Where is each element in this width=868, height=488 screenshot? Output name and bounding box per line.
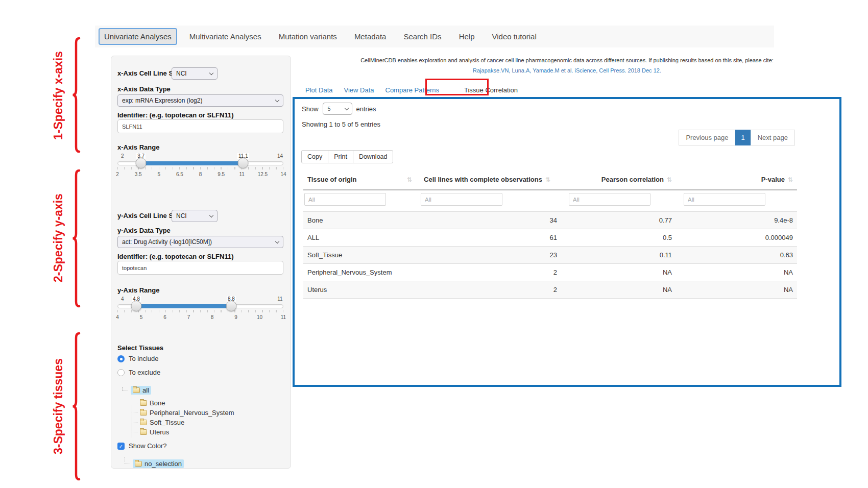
annotation-step3-brace [71,332,82,481]
tab-view-data[interactable]: View Data [338,83,379,97]
show-color-checkbox[interactable]: ✓ [117,443,125,450]
cell-p-value: 0.63 [676,247,797,264]
column-header-p-value[interactable]: P-value⇅ [676,170,797,190]
table-row[interactable]: Uterus 2 NA NA [303,281,797,299]
show-color-label: Show Color? [129,442,166,450]
x-slider-handle-from[interactable] [136,158,147,168]
column-header-cell-lines[interactable]: Cell lines with complete observations⇅ [413,170,561,190]
to-include-radio[interactable] [117,355,125,362]
filter-input-pearson[interactable] [569,193,650,206]
x-data-type-select[interactable]: exp: mRNA Expression (log2) [117,94,283,107]
export-button-group: Copy Print Download [302,150,393,163]
x-cell-line-set-select[interactable]: NCI [172,67,218,80]
cell-p-value: 0.000049 [676,229,797,247]
nav-tab-video-tutorial[interactable]: Video tutorial [487,28,541,45]
tree-item-label: Soft_Tissue [150,419,184,426]
sort-icon[interactable]: ⇅ [545,176,550,183]
tree-connector [132,412,137,413]
filter-input-tissue[interactable] [304,193,386,206]
y-slider-handle-to[interactable] [226,301,236,311]
previous-page-button[interactable]: Previous page [679,130,735,145]
chevron-down-icon [275,98,279,102]
y-data-type-select[interactable]: act: Drug Activity (-log10[IC50M]) [117,236,283,248]
sort-icon[interactable]: ⇅ [788,176,793,183]
x-data-type-label: x-Axis Data Type [117,85,171,93]
copy-button[interactable]: Copy [301,150,328,163]
filter-input-cell-lines[interactable] [421,193,502,206]
y-cell-line-set-select[interactable]: NCI [172,210,218,222]
tree-item-bone[interactable]: Bone [132,398,165,407]
y-slider-tick: 7 [187,314,190,320]
folder-icon [133,387,140,393]
y-slider-selected-range [136,304,231,308]
to-exclude-radio[interactable] [117,369,125,376]
nav-tab-univariate-analyses[interactable]: Univariate Analyses [99,28,177,45]
tree-item-soft-tissue[interactable]: Soft_Tissue [132,418,184,427]
column-header-tissue-of-origin[interactable]: Tissue of origin ⇅ [303,170,413,190]
tab-plot-data[interactable]: Plot Data [300,83,338,97]
cell-pearson: 0.77 [561,212,676,229]
tree-connector [132,422,137,423]
entries-label: entries [356,105,376,113]
y-data-type-label: y-Axis Data Type [117,227,171,234]
y-data-type-value: act: Drug Activity (-log10[IC50M]) [122,238,212,246]
folder-icon [135,461,142,467]
x-slider-tick: 2 [116,172,119,177]
table-row[interactable]: Bone 34 0.77 9.4e-8 [303,212,797,229]
top-navbar: Univariate Analyses Multivariate Analyse… [95,26,774,47]
folder-icon [140,410,147,416]
chevron-down-icon [209,71,213,75]
y-identifier-input[interactable] [117,261,283,275]
annotation-step3-label: 3-Specify tissues [47,332,69,481]
table-row[interactable]: Soft_Tissue 23 0.11 0.63 [303,247,797,264]
x-slider-tick: 5 [157,172,160,177]
next-page-button[interactable]: Next page [751,130,795,145]
nav-tab-multivariate-analyses[interactable]: Multivariate Analyses [184,28,267,45]
tree-item-no-selection[interactable]: no_selection [125,459,184,468]
annotation-step1-brace [71,37,82,153]
cell-cell-lines: 23 [413,247,561,264]
tree-item-uterus[interactable]: Uterus [132,427,169,436]
filter-input-p-value[interactable] [684,193,765,206]
chevron-down-icon [344,106,348,110]
cell-cell-lines: 61 [413,229,561,247]
page-1-button[interactable]: 1 [735,130,751,145]
table-row[interactable]: Peripheral_Nervous_System 2 NA NA [303,264,797,281]
pagination: Previous page 1 Next page [679,130,795,145]
x-data-type-value: exp: mRNA Expression (log2) [122,97,202,104]
print-button[interactable]: Print [328,150,353,163]
sort-icon[interactable]: ⇅ [667,176,672,183]
y-slider-tick: 5 [140,314,143,320]
y-slider-tick: 6 [163,314,166,320]
tissue-correlation-table: Tissue of origin ⇅ Cell lines with compl… [303,170,797,299]
nav-tab-mutation-variants[interactable]: Mutation variants [274,28,342,45]
tree-item-label: Peripheral_Nervous_System [150,409,234,417]
x-slider-handle-to[interactable] [238,158,249,168]
citation-link[interactable]: Rajapakse.VN, Luna.A, Yamade.M et al. iS… [293,67,841,74]
column-header-pearson-correlation[interactable]: Pearson correlation⇅ [561,170,676,190]
to-exclude-label: To exclude [129,369,160,376]
table-row[interactable]: ALL 61 0.5 0.000049 [303,229,797,247]
tree-item-peripheral-nervous-system[interactable]: Peripheral_Nervous_System [132,408,234,417]
chevron-down-icon [209,213,213,217]
x-range-slider[interactable]: 2 3.7 11.1 14 2 3.5 5 6.5 8 9.5 11 12.5 … [117,153,283,180]
cell-p-value: 9.4e-8 [676,212,797,229]
citation-text: CellMinerCDB enables exploration and ana… [293,57,841,63]
x-identifier-input[interactable] [117,119,283,133]
nav-tab-metadata[interactable]: Metadata [349,28,392,45]
cell-cell-lines: 2 [413,264,561,281]
x-range-label: x-Axis Range [117,143,159,151]
x-slider-tick: 6.5 [176,172,183,177]
download-button[interactable]: Download [353,150,394,163]
x-cell-line-set-value: NCI [176,70,187,77]
nav-tab-search-ids[interactable]: Search IDs [398,28,446,45]
y-cell-line-set-value: NCI [176,212,187,219]
y-range-slider[interactable]: 4 4.8 8.8 11 4 5 6 7 8 9 10 11 [117,296,283,323]
page-length-select[interactable]: 5 [323,103,352,115]
tree-item-all[interactable]: all [123,385,151,395]
nav-tab-help[interactable]: Help [454,28,480,45]
cell-pearson: 0.5 [561,229,676,247]
y-slider-handle-from[interactable] [131,301,142,311]
sort-icon[interactable]: ⇅ [407,176,412,183]
show-label: Show [302,105,319,113]
